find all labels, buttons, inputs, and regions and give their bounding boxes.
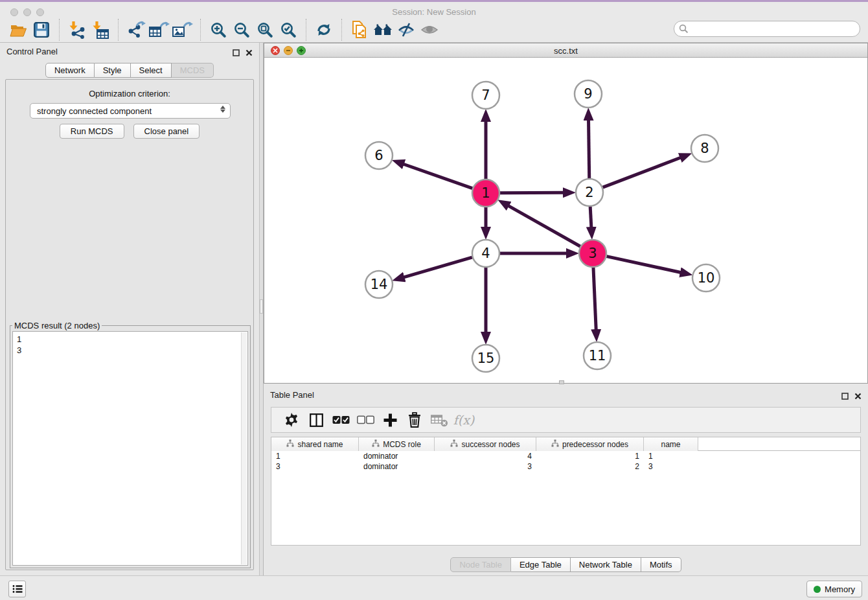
- toolbar-divider: [341, 19, 342, 41]
- table-cell[interactable]: dominator: [359, 461, 435, 472]
- save-icon[interactable]: [30, 19, 53, 41]
- add-icon[interactable]: [378, 409, 402, 431]
- tab-select[interactable]: Select: [131, 63, 172, 78]
- graph-node-10[interactable]: 10: [692, 264, 720, 292]
- export-image-icon[interactable]: [171, 19, 194, 41]
- criterion-dropdown[interactable]: strongly connected component: [30, 103, 231, 119]
- gear-icon[interactable]: [279, 409, 304, 431]
- deselect-all-icon[interactable]: [353, 409, 378, 431]
- zoom-selected-icon[interactable]: [277, 19, 300, 41]
- close-panel-button[interactable]: Close panel: [133, 124, 200, 139]
- svg-text:11: 11: [589, 348, 606, 363]
- mcds-result-box: 1 3: [12, 331, 248, 566]
- table-cell[interactable]: 2: [536, 461, 644, 472]
- eye-slash-icon[interactable]: [394, 19, 418, 41]
- table-cell[interactable]: dominator: [359, 451, 435, 461]
- tab-edge-table[interactable]: Edge Table: [511, 557, 571, 572]
- tab-style[interactable]: Style: [95, 63, 131, 78]
- open-folder-icon[interactable]: [6, 19, 30, 41]
- column-header-successor-nodes[interactable]: successor nodes: [435, 437, 536, 451]
- graph-node-2[interactable]: 2: [576, 179, 603, 206]
- table-row[interactable]: 1dominator411: [271, 451, 860, 461]
- graph-node-15[interactable]: 15: [472, 345, 499, 372]
- graph-edge-3-1[interactable]: [508, 206, 580, 247]
- column-header-shared-name[interactable]: shared name: [271, 437, 359, 451]
- export-network-icon[interactable]: [124, 19, 148, 41]
- svg-text:8: 8: [700, 141, 709, 156]
- import-table-icon[interactable]: [89, 19, 112, 41]
- zoom-out-icon[interactable]: [230, 19, 253, 41]
- graph-edge-3-11[interactable]: [593, 268, 596, 330]
- graph-node-4[interactable]: 4: [472, 240, 499, 267]
- table-cell[interactable]: 1: [644, 451, 698, 461]
- graph-edge-2-3[interactable]: [590, 207, 591, 227]
- refresh-icon[interactable]: [312, 19, 336, 41]
- zoom-fit-icon[interactable]: [253, 19, 277, 41]
- close-panel-icon[interactable]: [246, 47, 253, 59]
- table-toolbar: f(x): [271, 407, 861, 433]
- clone-network-icon[interactable]: [348, 19, 371, 41]
- columns-icon[interactable]: [304, 409, 328, 431]
- graph-edge-2-9[interactable]: [589, 120, 589, 178]
- graph-node-3[interactable]: 3: [579, 240, 606, 267]
- table-panel: Table Panel f(x) shared n: [264, 386, 868, 575]
- houses-icon[interactable]: [371, 19, 394, 41]
- splitter-handle[interactable]: [260, 299, 263, 314]
- memory-button[interactable]: Memory: [806, 581, 862, 597]
- main-toolbar: [0, 17, 868, 43]
- import-network-icon[interactable]: [65, 19, 89, 41]
- graph-node-1[interactable]: 1: [472, 179, 499, 207]
- table-cell[interactable]: 3: [435, 461, 536, 472]
- column-header-name[interactable]: name: [644, 437, 698, 451]
- task-history-button[interactable]: [8, 581, 26, 597]
- graph-edge-1-6[interactable]: [404, 164, 473, 188]
- tab-network[interactable]: Network: [45, 63, 95, 78]
- delete-icon[interactable]: [402, 409, 427, 431]
- graph-node-6[interactable]: 6: [365, 142, 393, 169]
- tab-network-table[interactable]: Network Table: [571, 557, 641, 572]
- table-cell[interactable]: 1: [271, 451, 359, 461]
- table-cell[interactable]: 3: [644, 461, 698, 472]
- close-panel-icon[interactable]: [854, 391, 862, 402]
- control-panel: Control Panel NetworkStyleSelectMCDS Opt…: [0, 43, 259, 575]
- select-all-icon[interactable]: [328, 409, 353, 431]
- network-window: scc.txt 7968124314101511: [264, 43, 868, 384]
- graph-node-11[interactable]: 11: [584, 342, 611, 369]
- table-cell[interactable]: 1: [536, 451, 644, 461]
- network-window-titlebar[interactable]: scc.txt: [264, 43, 867, 58]
- result-scrollbar[interactable]: [241, 332, 247, 564]
- column-header-predecessor-nodes[interactable]: predecessor nodes: [536, 437, 644, 451]
- float-panel-icon[interactable]: [841, 391, 849, 402]
- export-table-icon[interactable]: [148, 19, 171, 41]
- table-cell[interactable]: 3: [271, 461, 359, 472]
- graph-edge-4-14[interactable]: [404, 257, 472, 277]
- panel-splitter[interactable]: [259, 43, 264, 575]
- network-resize-handle[interactable]: [559, 380, 564, 384]
- graph-edge-1-2[interactable]: [500, 192, 564, 193]
- toolbar-divider: [59, 19, 60, 41]
- dropdown-stepper-icon: [220, 106, 225, 113]
- graph-node-7[interactable]: 7: [472, 82, 499, 109]
- eye-icon[interactable]: [418, 19, 441, 41]
- tab-node-table[interactable]: Node Table: [450, 557, 511, 572]
- graph-node-9[interactable]: 9: [575, 80, 602, 108]
- table-cell[interactable]: 4: [435, 451, 536, 461]
- graph-node-14[interactable]: 14: [365, 271, 393, 298]
- run-mcds-button[interactable]: Run MCDS: [60, 124, 124, 139]
- hierarchy-icon: [450, 439, 458, 449]
- control-panel-title: Control Panel: [6, 47, 58, 56]
- zoom-in-icon[interactable]: [207, 19, 230, 41]
- table-row[interactable]: 3dominator323: [271, 461, 860, 472]
- tab-motifs[interactable]: Motifs: [641, 557, 681, 572]
- mcds-result-group: MCDS result (2 nodes) 1 3: [10, 321, 251, 568]
- search-input[interactable]: [674, 21, 860, 37]
- float-panel-icon[interactable]: [233, 47, 240, 59]
- tab-mcds[interactable]: MCDS: [172, 63, 214, 78]
- graph-edge-3-10[interactable]: [606, 257, 680, 273]
- graph-edge-2-8[interactable]: [603, 157, 681, 187]
- mcds-panel: Optimization criterion: strongly connect…: [5, 79, 254, 570]
- column-header-MCDS-role[interactable]: MCDS role: [359, 437, 435, 451]
- graph-node-8[interactable]: 8: [691, 135, 718, 162]
- svg-text:14: 14: [371, 277, 388, 292]
- network-canvas[interactable]: 7968124314101511: [264, 58, 867, 383]
